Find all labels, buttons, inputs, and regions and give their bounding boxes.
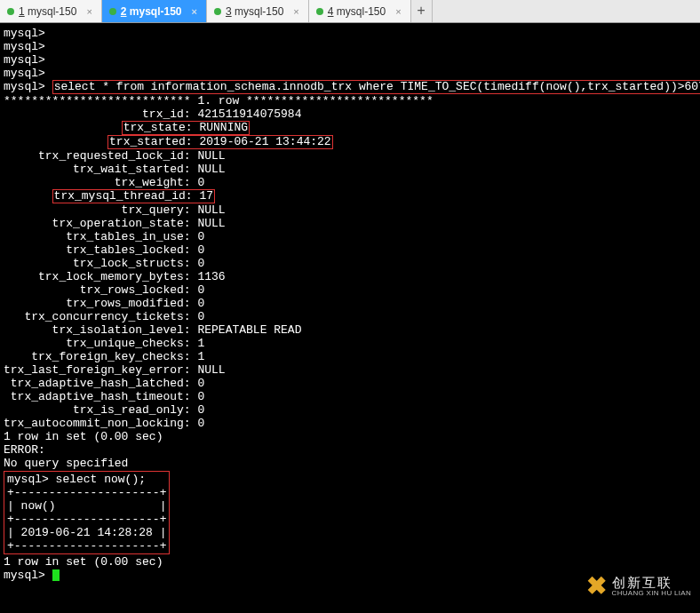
tab-label: 4 mysql-150 <box>328 5 386 18</box>
watermark-en: CHUANG XIN HU LIAN <box>612 590 691 597</box>
field-trx_mysql_thread_id: trx_mysql_thread_id: 17 <box>52 189 215 203</box>
cursor <box>52 569 60 581</box>
prompt: mysql> <box>4 80 45 93</box>
status-dot-icon <box>316 8 323 15</box>
prompt: mysql> <box>4 569 45 582</box>
close-icon[interactable]: × <box>84 6 93 17</box>
watermark-zh: 创新互联 <box>612 576 691 590</box>
tab-4[interactable]: 4 mysql-150× <box>309 0 411 22</box>
status-dot-icon <box>7 8 14 15</box>
tab-label: 3 mysql-150 <box>226 5 283 18</box>
field-trx_started: trx_started: 2019-06-21 13:44:22 <box>107 135 333 149</box>
close-icon[interactable]: × <box>291 6 300 17</box>
tab-1[interactable]: 1 mysql-150× <box>0 0 102 22</box>
select-now-block: mysql> select now();+-------------------… <box>4 471 170 554</box>
watermark: ✖创新互联CHUANG XIN HU LIAN <box>586 574 691 599</box>
tab-label: 1 mysql-150 <box>19 5 76 18</box>
tab-3[interactable]: 3 mysql-150× <box>207 0 309 22</box>
tab-bar: 1 mysql-150×2 mysql-150×3 mysql-150×4 my… <box>0 0 700 23</box>
tab-2[interactable]: 2 mysql-150× <box>102 0 207 22</box>
status-dot-icon <box>109 8 116 15</box>
new-tab-button[interactable]: + <box>411 0 433 22</box>
sql-query: select * from information_schema.innodb_… <box>52 80 700 94</box>
logo-icon: ✖ <box>586 574 607 599</box>
tab-label: 2 mysql-150 <box>121 5 182 18</box>
field-trx_state: trx_state: RUNNING <box>122 121 250 135</box>
status-dot-icon <box>214 8 221 15</box>
terminal-output: mysql>mysql>mysql>mysql>mysql> select * … <box>0 23 700 613</box>
close-icon[interactable]: × <box>190 6 199 17</box>
close-icon[interactable]: × <box>394 6 402 17</box>
